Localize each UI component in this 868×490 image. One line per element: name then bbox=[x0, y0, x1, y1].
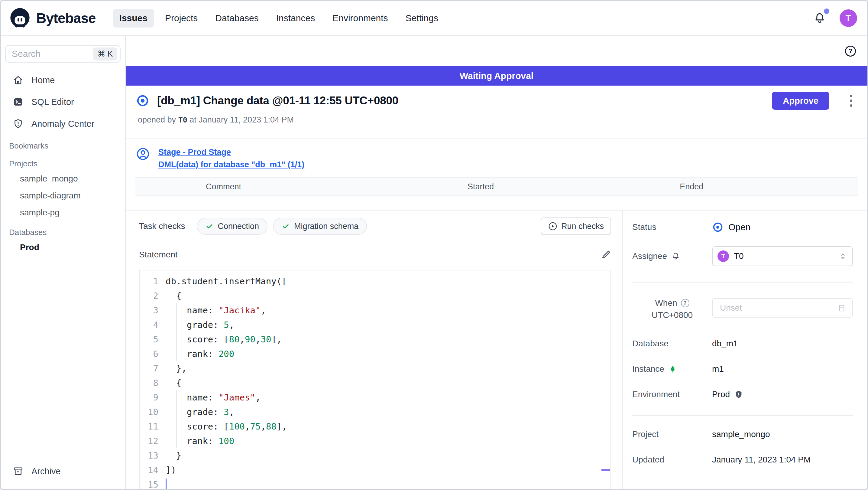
line-number: 4 bbox=[140, 318, 166, 332]
status-value: Open bbox=[728, 222, 750, 232]
column-header-comment: Comment bbox=[206, 182, 241, 192]
task-check-badges: ConnectionMigration schema bbox=[197, 218, 367, 235]
code-line-5: 5score: [80,90,30], bbox=[140, 332, 611, 347]
code-line-4: 4grade: 5, bbox=[140, 318, 611, 332]
indent-guide bbox=[166, 390, 176, 405]
bytebase-logo-icon bbox=[8, 7, 31, 30]
indent-guide bbox=[166, 289, 176, 303]
line-number: 11 bbox=[140, 419, 166, 434]
status-label: Status bbox=[632, 222, 712, 232]
assignee-select[interactable]: T T0 bbox=[712, 246, 853, 266]
code-line-1: 1db.student.insertMany([ bbox=[140, 274, 611, 289]
code-line-9: 9name: "James", bbox=[140, 390, 611, 405]
statement-editor[interactable]: 1db.student.insertMany([2{3name: "Jacika… bbox=[139, 270, 611, 489]
task-run-table-header: CommentStartedEnded bbox=[135, 177, 858, 196]
sidebar-item-anomaly-center[interactable]: Anomaly Center bbox=[1, 113, 125, 135]
indent-guide bbox=[176, 347, 187, 361]
divider bbox=[632, 282, 853, 283]
sidebar-item-label: Anomaly Center bbox=[31, 119, 94, 129]
sidebar-item-sample-mongo[interactable]: sample_mongo bbox=[1, 170, 125, 187]
code-line-15: 15 bbox=[140, 477, 611, 489]
indent-guide bbox=[176, 318, 187, 332]
project-value[interactable]: sample_mongo bbox=[712, 430, 853, 439]
environment-value[interactable]: Prod bbox=[712, 390, 730, 399]
code-line-14: 14]) bbox=[140, 463, 611, 477]
tab-instances[interactable]: Instances bbox=[270, 9, 321, 28]
sidebar: ⌘ K HomeSQL EditorAnomaly CenterBookmark… bbox=[1, 36, 126, 489]
code-line-13: 13} bbox=[140, 448, 611, 463]
indent-guide bbox=[166, 376, 176, 390]
when-placeholder: Unset bbox=[720, 303, 742, 313]
sidebar-item-sql-editor[interactable]: SQL Editor bbox=[1, 91, 125, 113]
subscribe-bell-icon[interactable] bbox=[671, 252, 680, 261]
check-badge-migration-schema[interactable]: Migration schema bbox=[273, 218, 367, 235]
text-cursor bbox=[166, 479, 166, 489]
sidebar-item-label: SQL Editor bbox=[31, 97, 74, 107]
sidebar-item-prod[interactable]: Prod bbox=[1, 239, 125, 256]
shield-alert-icon bbox=[13, 118, 24, 129]
check-icon bbox=[205, 222, 214, 230]
check-badge-connection[interactable]: Connection bbox=[197, 218, 268, 235]
search-input[interactable] bbox=[12, 49, 90, 59]
code-line-10: 10grade: 3, bbox=[140, 405, 611, 419]
code-line-11: 11score: [100,75,88], bbox=[140, 419, 611, 434]
database-value[interactable]: db_m1 bbox=[712, 339, 853, 348]
sidebar-section-bookmarks: Bookmarks bbox=[1, 139, 125, 152]
code-lines: 1db.student.insertMany([2{3name: "Jacika… bbox=[140, 274, 611, 489]
line-number: 14 bbox=[140, 463, 166, 477]
indent-guide bbox=[166, 405, 176, 419]
sidebar-item-sample-diagram[interactable]: sample-diagram bbox=[1, 187, 125, 204]
issue-header: [db_m1] Change data @01-11 12:55 UTC+080… bbox=[126, 86, 867, 139]
divider bbox=[632, 415, 853, 415]
sidebar-item-archive[interactable]: Archive bbox=[1, 466, 125, 477]
run-checks-button[interactable]: Run checks bbox=[541, 218, 611, 235]
tab-projects[interactable]: Projects bbox=[158, 9, 204, 28]
assignee-label: Assignee bbox=[632, 251, 667, 261]
brand[interactable]: Bytebase bbox=[8, 7, 96, 30]
indent-guide bbox=[176, 419, 187, 434]
issue-open-status-icon bbox=[136, 94, 149, 107]
edit-statement-button[interactable] bbox=[601, 250, 611, 260]
bell-icon bbox=[813, 21, 826, 26]
stage-user-icon bbox=[136, 147, 150, 162]
mongodb-leaf-icon bbox=[669, 365, 677, 373]
tab-environments[interactable]: Environments bbox=[326, 9, 395, 28]
indent-guide bbox=[166, 419, 176, 434]
search-box[interactable]: ⌘ K bbox=[5, 45, 121, 63]
sidebar-item-label: Home bbox=[31, 75, 55, 85]
line-number: 7 bbox=[140, 361, 166, 376]
approve-button[interactable]: Approve bbox=[772, 92, 829, 110]
tab-databases[interactable]: Databases bbox=[209, 9, 265, 28]
open-status-icon bbox=[712, 222, 723, 233]
tab-issues[interactable]: Issues bbox=[113, 9, 154, 28]
home-icon bbox=[13, 75, 24, 86]
indent-guide bbox=[166, 434, 176, 448]
assignee-avatar: T bbox=[717, 251, 729, 262]
column-header-ended: Ended bbox=[680, 182, 703, 192]
when-datetime-input[interactable]: Unset bbox=[712, 298, 853, 318]
sidebar-item-sample-pg[interactable]: sample-pg bbox=[1, 204, 125, 221]
instance-value[interactable]: m1 bbox=[712, 364, 853, 374]
chevron-up-down-icon bbox=[838, 252, 847, 261]
line-number: 15 bbox=[140, 477, 166, 489]
indent-guide bbox=[166, 347, 176, 361]
assignee-value: T0 bbox=[734, 251, 744, 261]
sidebar-item-home[interactable]: Home bbox=[1, 69, 125, 91]
stage-link[interactable]: Stage - Prod Stage bbox=[158, 148, 304, 157]
notifications-button[interactable] bbox=[813, 11, 826, 25]
indent-guide bbox=[166, 448, 176, 463]
more-actions-button[interactable] bbox=[845, 92, 857, 109]
user-avatar[interactable]: T bbox=[840, 9, 857, 27]
status-banner: Waiting Approval bbox=[126, 66, 867, 86]
indent-guide bbox=[176, 434, 187, 448]
task-link[interactable]: DML(data) for database "db_m1" (1/1) bbox=[158, 160, 304, 169]
updated-value: January 11, 2023 1:04 PM bbox=[712, 455, 853, 465]
indent-guide bbox=[166, 361, 176, 376]
editor-overview-ruler-mark bbox=[601, 469, 610, 471]
archive-label: Archive bbox=[31, 466, 61, 477]
project-label: Project bbox=[632, 430, 712, 439]
help-button[interactable]: ? bbox=[845, 46, 856, 57]
check-icon bbox=[281, 222, 290, 230]
tab-settings[interactable]: Settings bbox=[399, 9, 445, 28]
play-circle-icon bbox=[548, 222, 558, 231]
